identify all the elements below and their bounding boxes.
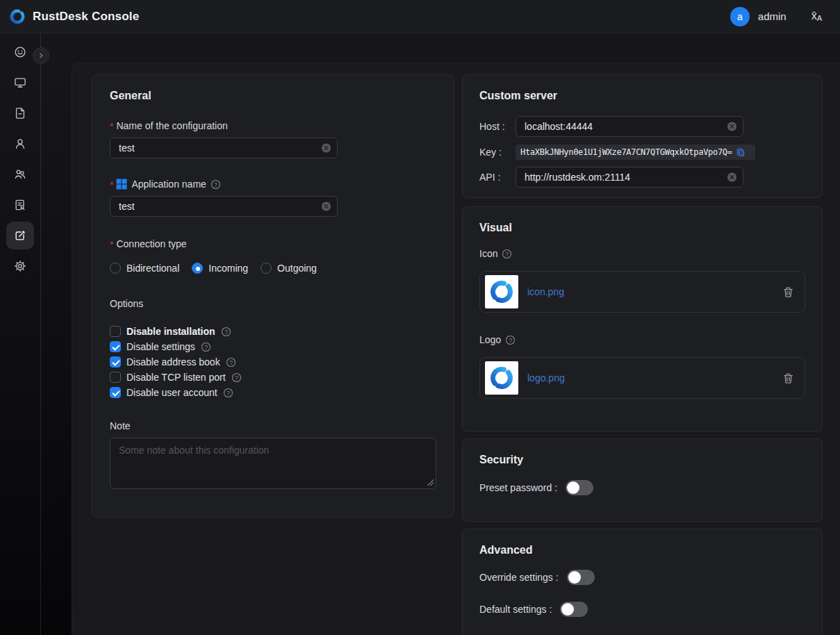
radio-label: Bidirectional xyxy=(126,263,179,274)
options-label: Options xyxy=(110,297,437,310)
sidebar-item-audit[interactable] xyxy=(6,191,34,219)
icon-label-row: Icon ? xyxy=(479,247,805,260)
checkbox-label: Disable address book xyxy=(126,356,220,368)
sidebar-item-dashboard[interactable] xyxy=(6,38,34,66)
sidebar xyxy=(0,33,41,635)
svg-text:?: ? xyxy=(506,250,509,257)
chevron-right-icon xyxy=(36,51,46,60)
svg-text:?: ? xyxy=(229,358,233,365)
help-icon[interactable]: ? xyxy=(211,179,221,190)
checkbox[interactable] xyxy=(110,326,121,337)
api-field xyxy=(516,167,743,188)
app-header: RustDesk Console a admin x̄A xyxy=(0,0,840,33)
radio-option-outgoing[interactable]: Outgoing xyxy=(261,263,317,274)
radio-label: Incoming xyxy=(208,263,248,274)
edit-config-icon xyxy=(13,229,27,242)
security-card-title: Security xyxy=(479,453,805,467)
delete-icon[interactable] xyxy=(782,372,794,384)
clear-input-icon[interactable] xyxy=(727,172,737,183)
rustdesk-logo-icon xyxy=(8,8,26,26)
icon-upload-row: icon.png xyxy=(479,271,805,313)
icon-preview-image xyxy=(485,275,518,308)
api-input[interactable] xyxy=(516,167,743,188)
radio-circle[interactable] xyxy=(192,263,203,274)
clear-input-icon[interactable] xyxy=(321,143,331,154)
sidebar-item-devices[interactable] xyxy=(6,69,34,97)
logo-file-link[interactable]: logo.png xyxy=(527,372,565,384)
visual-card: Visual Icon ? icon.png xyxy=(462,206,823,431)
main-panel: General Name of the configuration xyxy=(72,63,840,635)
checkbox-label: Disable user account xyxy=(126,387,217,398)
clear-input-icon[interactable] xyxy=(727,122,737,132)
translate-language-icon[interactable]: x̄A xyxy=(812,10,822,22)
help-icon[interactable]: ? xyxy=(226,357,236,368)
option-disable-tcp-listen-port[interactable]: Disable TCP listen port ? xyxy=(110,370,437,385)
connection-type-label: Connection type xyxy=(110,238,187,249)
svg-text:?: ? xyxy=(235,374,238,381)
host-label: Host : xyxy=(479,121,516,132)
application-name-input[interactable] xyxy=(110,196,338,217)
name-field-label-row: Name of the configuration xyxy=(110,119,437,132)
logo-upload-row: logo.png xyxy=(479,357,805,399)
key-label: Key : xyxy=(479,147,516,158)
advanced-card-title: Advanced xyxy=(479,543,805,557)
icon-file-link[interactable]: icon.png xyxy=(527,286,564,297)
app-field-required-mark xyxy=(110,179,116,190)
checkbox-label: Disable settings xyxy=(126,341,195,352)
sidebar-expand-button[interactable] xyxy=(33,47,49,64)
app-field-label-row: Application name ? xyxy=(110,178,437,190)
icon-label: Icon xyxy=(479,248,497,259)
app-field xyxy=(110,196,338,217)
checkbox[interactable] xyxy=(110,356,121,368)
help-icon[interactable]: ? xyxy=(221,327,231,337)
key-value: HtaXBkJNHyn0e1U1jWXze7A7CN7QTGWqxkOtpaVp… xyxy=(520,147,732,157)
checkbox[interactable] xyxy=(110,341,121,352)
clear-input-icon[interactable] xyxy=(321,201,331,212)
copy-icon[interactable] xyxy=(736,147,746,157)
user-avatar[interactable]: a xyxy=(730,7,750,26)
option-disable-installation[interactable]: Disable installation ? xyxy=(110,324,437,339)
host-input[interactable] xyxy=(516,116,743,137)
radio-option-bidirectional[interactable]: Bidirectional xyxy=(110,263,179,274)
avatar-initial: a xyxy=(737,11,743,22)
help-icon[interactable]: ? xyxy=(505,335,516,345)
option-disable-user-account[interactable]: Disable user account ? xyxy=(110,385,437,400)
checkbox[interactable] xyxy=(110,372,121,383)
svg-text:?: ? xyxy=(227,389,230,396)
custom-server-card: Custom server Host : Key : HtaXBkJNHyn0e… xyxy=(462,74,823,198)
name-field xyxy=(110,138,338,158)
brand: RustDesk Console xyxy=(8,8,139,26)
help-icon[interactable]: ? xyxy=(223,388,233,398)
help-icon[interactable]: ? xyxy=(201,342,211,352)
help-icon[interactable]: ? xyxy=(502,249,512,259)
sidebar-item-groups[interactable] xyxy=(6,160,34,188)
checkbox-label: Disable TCP listen port xyxy=(126,372,226,383)
sidebar-item-config-editor[interactable] xyxy=(6,222,34,249)
option-disable-settings[interactable]: Disable settings ? xyxy=(110,339,437,354)
note-textarea[interactable] xyxy=(110,438,436,489)
api-row: API : xyxy=(479,167,805,188)
help-icon[interactable]: ? xyxy=(231,372,242,383)
option-disable-address-book[interactable]: Disable address book ? xyxy=(110,354,437,370)
sidebar-item-documents[interactable] xyxy=(6,99,34,127)
radio-circle[interactable] xyxy=(261,263,272,274)
default-settings-toggle[interactable] xyxy=(560,602,588,617)
name-input[interactable] xyxy=(110,138,338,158)
username[interactable]: admin xyxy=(758,10,787,22)
radio-option-incoming[interactable]: Incoming xyxy=(192,263,248,274)
default-settings-label: Default settings : xyxy=(479,604,552,615)
sidebar-item-users[interactable] xyxy=(6,130,34,158)
radio-circle[interactable] xyxy=(110,263,121,274)
connection-type-label-row: Connection type xyxy=(110,238,437,250)
svg-text:?: ? xyxy=(509,336,512,343)
default-settings-row: Default settings : xyxy=(479,602,805,617)
preset-password-toggle[interactable] xyxy=(566,480,593,495)
checkbox[interactable] xyxy=(110,387,121,398)
rustdesk-logo-icon xyxy=(488,278,516,306)
general-card-title: General xyxy=(110,89,437,103)
sidebar-item-settings[interactable] xyxy=(6,252,34,280)
devices-monitor-icon xyxy=(13,76,27,90)
override-settings-toggle[interactable] xyxy=(567,570,595,585)
connection-type-radio-group: Bidirectional Incoming Outgoing xyxy=(110,261,437,275)
delete-icon[interactable] xyxy=(782,286,794,298)
